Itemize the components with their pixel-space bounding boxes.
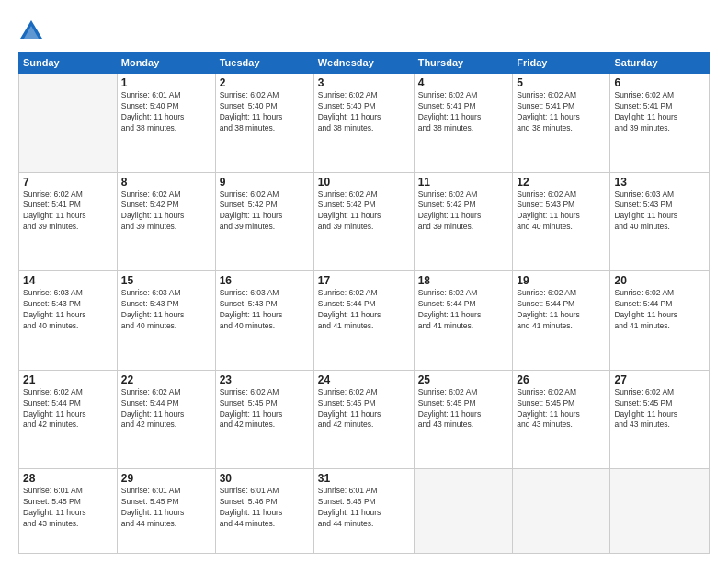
day-info: Sunrise: 6:02 AM Sunset: 5:41 PM Dayligh… [517,90,606,134]
day-number: 25 [418,373,509,386]
day-info: Sunrise: 6:02 AM Sunset: 5:42 PM Dayligh… [318,190,410,234]
week-row-5: 28Sunrise: 6:01 AM Sunset: 5:45 PM Dayli… [19,469,710,554]
calendar-cell [513,469,610,554]
day-info: Sunrise: 6:02 AM Sunset: 5:40 PM Dayligh… [220,90,310,134]
day-info: Sunrise: 6:02 AM Sunset: 5:44 PM Dayligh… [418,288,509,332]
calendar-cell: 14Sunrise: 6:03 AM Sunset: 5:43 PM Dayli… [19,271,118,371]
calendar-cell: 11Sunrise: 6:02 AM Sunset: 5:42 PM Dayli… [414,172,513,271]
day-number: 24 [318,373,410,386]
day-number: 21 [23,373,113,386]
day-info: Sunrise: 6:02 AM Sunset: 5:42 PM Dayligh… [220,190,310,234]
calendar-cell: 10Sunrise: 6:02 AM Sunset: 5:42 PM Dayli… [313,172,414,271]
calendar-cell: 16Sunrise: 6:03 AM Sunset: 5:43 PM Dayli… [215,271,313,371]
calendar-cell: 17Sunrise: 6:02 AM Sunset: 5:44 PM Dayli… [313,271,414,371]
day-info: Sunrise: 6:02 AM Sunset: 5:44 PM Dayligh… [23,387,113,431]
day-info: Sunrise: 6:02 AM Sunset: 5:44 PM Dayligh… [121,387,211,431]
day-number: 8 [121,176,211,189]
day-number: 28 [23,472,113,485]
day-info: Sunrise: 6:02 AM Sunset: 5:41 PM Dayligh… [614,90,705,134]
calendar-cell: 9Sunrise: 6:02 AM Sunset: 5:42 PM Daylig… [215,172,313,271]
day-info: Sunrise: 6:02 AM Sunset: 5:44 PM Dayligh… [517,288,606,332]
day-info: Sunrise: 6:01 AM Sunset: 5:46 PM Dayligh… [318,486,410,530]
day-info: Sunrise: 6:02 AM Sunset: 5:45 PM Dayligh… [220,387,310,431]
calendar-cell: 4Sunrise: 6:02 AM Sunset: 5:41 PM Daylig… [414,74,513,173]
day-info: Sunrise: 6:02 AM Sunset: 5:45 PM Dayligh… [614,387,705,431]
day-info: Sunrise: 6:01 AM Sunset: 5:40 PM Dayligh… [121,90,211,134]
day-info: Sunrise: 6:02 AM Sunset: 5:45 PM Dayligh… [318,387,410,431]
day-header-sunday: Sunday [19,52,118,74]
calendar-cell: 26Sunrise: 6:02 AM Sunset: 5:45 PM Dayli… [513,370,610,469]
day-number: 26 [517,373,606,386]
calendar-cell: 15Sunrise: 6:03 AM Sunset: 5:43 PM Dayli… [117,271,215,371]
calendar-cell: 7Sunrise: 6:02 AM Sunset: 5:41 PM Daylig… [19,172,118,271]
week-row-3: 14Sunrise: 6:03 AM Sunset: 5:43 PM Dayli… [19,271,710,371]
calendar-cell [610,469,710,554]
day-info: Sunrise: 6:02 AM Sunset: 5:42 PM Dayligh… [121,190,211,234]
day-info: Sunrise: 6:02 AM Sunset: 5:45 PM Dayligh… [418,387,509,431]
day-header-monday: Monday [117,52,215,74]
day-header-saturday: Saturday [610,52,710,74]
day-info: Sunrise: 6:01 AM Sunset: 5:45 PM Dayligh… [121,486,211,530]
day-number: 9 [220,176,310,189]
calendar-cell [414,469,513,554]
calendar-cell: 18Sunrise: 6:02 AM Sunset: 5:44 PM Dayli… [414,271,513,371]
day-number: 23 [220,373,310,386]
calendar-cell: 25Sunrise: 6:02 AM Sunset: 5:45 PM Dayli… [414,370,513,469]
day-info: Sunrise: 6:02 AM Sunset: 5:41 PM Dayligh… [418,90,509,134]
day-number: 29 [121,472,211,485]
day-number: 27 [614,373,705,386]
day-number: 1 [121,76,211,89]
day-info: Sunrise: 6:02 AM Sunset: 5:42 PM Dayligh… [418,190,509,234]
calendar-cell: 22Sunrise: 6:02 AM Sunset: 5:44 PM Dayli… [117,370,215,469]
calendar-cell: 24Sunrise: 6:02 AM Sunset: 5:45 PM Dayli… [313,370,414,469]
day-info: Sunrise: 6:03 AM Sunset: 5:43 PM Dayligh… [614,190,705,234]
day-info: Sunrise: 6:01 AM Sunset: 5:45 PM Dayligh… [23,486,113,530]
day-number: 30 [220,472,310,485]
day-number: 20 [614,274,705,287]
calendar-cell: 2Sunrise: 6:02 AM Sunset: 5:40 PM Daylig… [215,74,313,173]
day-info: Sunrise: 6:02 AM Sunset: 5:40 PM Dayligh… [318,90,410,134]
calendar-cell: 13Sunrise: 6:03 AM Sunset: 5:43 PM Dayli… [610,172,710,271]
page: SundayMondayTuesdayWednesdayThursdayFrid… [0,0,728,563]
day-number: 15 [121,274,211,287]
day-number: 31 [318,472,410,485]
week-row-4: 21Sunrise: 6:02 AM Sunset: 5:44 PM Dayli… [19,370,710,469]
day-info: Sunrise: 6:02 AM Sunset: 5:41 PM Dayligh… [23,190,113,234]
calendar-cell: 20Sunrise: 6:02 AM Sunset: 5:44 PM Dayli… [610,271,710,371]
day-number: 2 [220,76,310,89]
day-number: 14 [23,274,113,287]
calendar-cell: 29Sunrise: 6:01 AM Sunset: 5:45 PM Dayli… [117,469,215,554]
day-info: Sunrise: 6:03 AM Sunset: 5:43 PM Dayligh… [23,288,113,332]
calendar-cell: 27Sunrise: 6:02 AM Sunset: 5:45 PM Dayli… [610,370,710,469]
day-header-wednesday: Wednesday [313,52,414,74]
logo-icon [18,18,44,44]
day-number: 3 [318,76,410,89]
calendar: SundayMondayTuesdayWednesdayThursdayFrid… [18,52,710,554]
calendar-cell: 28Sunrise: 6:01 AM Sunset: 5:45 PM Dayli… [19,469,118,554]
day-number: 18 [418,274,509,287]
day-number: 16 [220,274,310,287]
day-number: 5 [517,76,606,89]
calendar-cell: 8Sunrise: 6:02 AM Sunset: 5:42 PM Daylig… [117,172,215,271]
calendar-cell: 1Sunrise: 6:01 AM Sunset: 5:40 PM Daylig… [117,74,215,173]
calendar-cell: 12Sunrise: 6:02 AM Sunset: 5:43 PM Dayli… [513,172,610,271]
calendar-cell [19,74,118,173]
day-number: 6 [614,76,705,89]
calendar-cell: 21Sunrise: 6:02 AM Sunset: 5:44 PM Dayli… [19,370,118,469]
calendar-cell: 19Sunrise: 6:02 AM Sunset: 5:44 PM Dayli… [513,271,610,371]
calendar-cell: 5Sunrise: 6:02 AM Sunset: 5:41 PM Daylig… [513,74,610,173]
calendar-cell: 3Sunrise: 6:02 AM Sunset: 5:40 PM Daylig… [313,74,414,173]
day-number: 7 [23,176,113,189]
day-header-friday: Friday [513,52,610,74]
week-row-2: 7Sunrise: 6:02 AM Sunset: 5:41 PM Daylig… [19,172,710,271]
day-info: Sunrise: 6:02 AM Sunset: 5:43 PM Dayligh… [517,190,606,234]
logo [18,18,48,44]
day-info: Sunrise: 6:02 AM Sunset: 5:44 PM Dayligh… [614,288,705,332]
day-info: Sunrise: 6:02 AM Sunset: 5:44 PM Dayligh… [318,288,410,332]
day-number: 19 [517,274,606,287]
day-number: 13 [614,176,705,189]
day-number: 4 [418,76,509,89]
calendar-cell: 30Sunrise: 6:01 AM Sunset: 5:46 PM Dayli… [215,469,313,554]
week-row-1: 1Sunrise: 6:01 AM Sunset: 5:40 PM Daylig… [19,74,710,173]
day-header-tuesday: Tuesday [215,52,313,74]
